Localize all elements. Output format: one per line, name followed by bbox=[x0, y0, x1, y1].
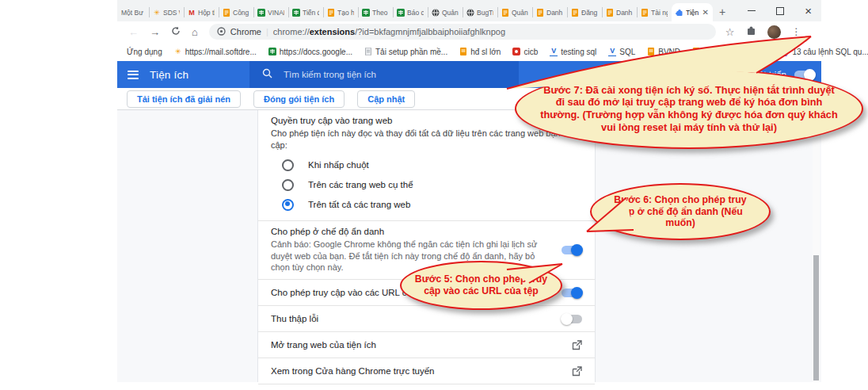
address-bar[interactable]: Chrome | chrome://extensions/?id=bkfagmn… bbox=[209, 24, 716, 40]
browser-tab[interactable]: Một Bư bbox=[117, 3, 149, 21]
external-link-icon[interactable] bbox=[572, 340, 582, 350]
bookmark-item[interactable]: BVND bbox=[647, 48, 680, 56]
new-tab-button[interactable]: + bbox=[719, 6, 725, 18]
scrollbar-thumb[interactable] bbox=[813, 255, 819, 380]
browser-tab[interactable]: VINAFR bbox=[253, 3, 288, 21]
pack-extension-button[interactable]: Đóng gói tiện ích bbox=[253, 90, 345, 108]
bookmark-item[interactable]: Ứng dụng bbox=[127, 48, 162, 56]
gray-doc-icon bbox=[364, 48, 372, 55]
browser-tab[interactable]: Công ty bbox=[219, 3, 253, 21]
gmail-icon: M bbox=[188, 9, 196, 17]
bookmark-star-icon[interactable]: ☆ bbox=[725, 26, 735, 38]
external-link-icon[interactable] bbox=[572, 366, 582, 377]
radio-selected-icon[interactable] bbox=[282, 199, 294, 211]
green-sheet-icon bbox=[292, 9, 300, 17]
radio-option[interactable]: Trên tất cả các trang web bbox=[282, 199, 582, 211]
bookmark-item[interactable]: Hệ thống tổng hợp bbox=[692, 48, 769, 56]
bookmark-item[interactable]: https://docs.google... bbox=[268, 48, 352, 56]
browser-tab[interactable]: Báo cá bbox=[393, 3, 428, 21]
open-website-row[interactable]: Mở trang web của tiện ích bbox=[258, 332, 595, 358]
green-sheet-icon bbox=[257, 9, 265, 17]
browser-tab[interactable]: Tạo hó bbox=[323, 3, 358, 21]
browser-tab[interactable]: Tiến độ bbox=[288, 3, 323, 21]
source-row: Nguồn Chrome Web Store bbox=[258, 384, 595, 390]
avatar[interactable] bbox=[767, 25, 781, 39]
radio-option[interactable]: Trên các trang web cụ thể bbox=[282, 179, 582, 191]
incognito-title: Cho phép ở chế độ ẩn danh bbox=[271, 227, 554, 236]
close-tab-icon[interactable]: ✕ bbox=[702, 8, 709, 17]
incognito-toggle[interactable] bbox=[562, 246, 582, 254]
file-urls-toggle[interactable] bbox=[562, 289, 582, 297]
home-icon[interactable]: ⌂ bbox=[192, 26, 198, 38]
browser-tab[interactable]: Quản lý bbox=[497, 3, 532, 21]
radio-unselected-icon[interactable] bbox=[282, 159, 294, 171]
site-settings-icon[interactable] bbox=[217, 27, 226, 37]
purple-at-icon: @ bbox=[781, 48, 789, 55]
asterisk-orange-icon: ✳ bbox=[174, 48, 182, 55]
window-controls: × bbox=[748, 0, 817, 21]
site-access-desc: Cho phép tiện ích này đọc và thay đổi tấ… bbox=[271, 128, 582, 151]
browser-tab[interactable]: Theo d bbox=[358, 3, 393, 21]
maximize-button[interactable] bbox=[776, 7, 784, 15]
radio-option[interactable]: Khi nhấp chuột bbox=[282, 159, 582, 171]
orange-doc-icon bbox=[571, 9, 579, 17]
browser-tab[interactable]: Danh s bbox=[532, 3, 567, 21]
bookmark-item[interactable]: Vtesting sql bbox=[550, 48, 596, 56]
browser-tab[interactable]: Tài ngu bbox=[637, 3, 672, 21]
blue-v-icon: V bbox=[550, 48, 558, 56]
menu-kebab-icon[interactable]: ⋮ bbox=[792, 26, 801, 37]
tab-strip: Một Bư ✳ SDS We M Hộp th Công ty VINAFR … bbox=[117, 0, 821, 21]
view-store-row[interactable]: Xem trong Cửa hàng Chrome trực tuyến bbox=[258, 358, 595, 384]
navbar-actions: ☆ ⋮ bbox=[725, 25, 801, 39]
minimize-button[interactable] bbox=[748, 10, 756, 11]
blue-puzzle-icon bbox=[676, 9, 683, 17]
bookmark-item[interactable]: ✳https://mail.softdre... bbox=[174, 48, 257, 56]
site-label: Chrome bbox=[230, 27, 261, 36]
browser-tab-active[interactable]: Tiện ✕ bbox=[672, 3, 713, 21]
callout-step-7-text: Bước 7: Đã cài xong tiện ích ký số. Thực… bbox=[538, 84, 840, 133]
extensions-search[interactable] bbox=[249, 61, 519, 88]
browser-tab[interactable]: ✳ SDS We bbox=[149, 3, 184, 21]
browser-tab[interactable]: Quản l bbox=[428, 3, 463, 21]
blue-v-icon: V bbox=[608, 48, 616, 56]
orange-doc-icon bbox=[692, 48, 700, 55]
extensions-page-body: Quyền truy cập vào trang web Cho phép ti… bbox=[117, 110, 821, 382]
orange-doc-icon bbox=[606, 9, 614, 17]
orange-doc-icon bbox=[501, 9, 509, 17]
bookmark-item[interactable]: cicb bbox=[512, 48, 538, 56]
bookmark-item[interactable]: Tải setup phần mề... bbox=[364, 48, 447, 56]
load-unpacked-button[interactable]: Tải tiện ích đã giải nén bbox=[127, 90, 241, 108]
scrollbar[interactable]: ▲ bbox=[813, 110, 820, 382]
bookmark-item[interactable]: hđ sl lớn bbox=[459, 48, 501, 56]
search-icon bbox=[262, 67, 272, 82]
orange-doc-icon bbox=[536, 9, 544, 17]
bookmark-item[interactable]: @13 câu lệnh SQL qu... bbox=[781, 48, 868, 56]
navigation-bar: ← → ⌂ Chrome | chrome://extensions/?id=b… bbox=[117, 21, 821, 42]
forward-icon[interactable]: → bbox=[150, 26, 160, 38]
radio-unselected-icon[interactable] bbox=[282, 179, 294, 191]
bookmark-item[interactable]: VSQL bbox=[608, 48, 635, 56]
view-store-title: Xem trong Cửa hàng Chrome trực tuyến bbox=[271, 366, 564, 376]
reload-icon[interactable] bbox=[171, 26, 181, 38]
browser-tab[interactable]: BugTra bbox=[463, 3, 497, 21]
error-collection-toggle[interactable] bbox=[562, 315, 582, 323]
bookmarks-bar: Ứng dụng ✳https://mail.softdre... https:… bbox=[117, 42, 821, 61]
callout-step-5-text: Bước 5: Chọn cho phép truy cập vào các U… bbox=[410, 273, 553, 297]
browser-tab[interactable]: Danh s bbox=[602, 3, 637, 21]
callout-step-5: Bước 5: Chọn cho phép truy cập vào các U… bbox=[400, 261, 562, 310]
extension-details-card: Quyền truy cập vào trang web Cho phép ti… bbox=[257, 110, 596, 382]
back-icon[interactable]: ← bbox=[128, 26, 139, 38]
callout-step-7: Bước 7: Đã cài xong tiện ích ký số. Thực… bbox=[515, 68, 863, 149]
dark-globe-icon bbox=[466, 9, 474, 17]
browser-tab[interactable]: Đăng n bbox=[567, 3, 602, 21]
update-button[interactable]: Cập nhật bbox=[357, 90, 415, 108]
close-window-button[interactable]: × bbox=[805, 5, 812, 17]
dark-globe-icon bbox=[432, 9, 440, 17]
green-sheet-icon bbox=[397, 9, 405, 17]
asterisk-orange-icon: ✳ bbox=[153, 9, 161, 17]
extension-puzzle-icon[interactable] bbox=[746, 25, 756, 39]
orange-doc-icon bbox=[327, 9, 335, 17]
search-input[interactable] bbox=[282, 69, 475, 80]
hamburger-menu-icon[interactable] bbox=[128, 68, 139, 81]
browser-tab[interactable]: M Hộp th bbox=[184, 3, 219, 21]
